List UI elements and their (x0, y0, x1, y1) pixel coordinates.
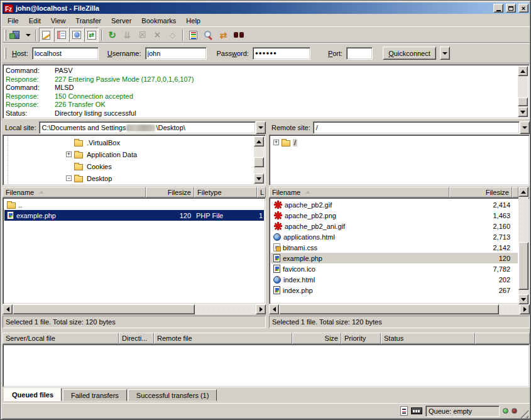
menu-item[interactable]: Transfer (70, 16, 106, 26)
queue-tab[interactable]: Queued files (4, 388, 62, 401)
refresh-button[interactable] (105, 28, 119, 42)
file-row[interactable]: index.html 202 (271, 274, 518, 285)
scroll-down-button[interactable] (254, 174, 264, 184)
maximize-button[interactable] (506, 4, 516, 13)
local-tree-scrollbar[interactable] (254, 136, 264, 184)
column-header-filetype[interactable]: Filetype (194, 187, 257, 197)
scrollbar-track[interactable] (254, 146, 264, 174)
column-header-status[interactable]: Status (381, 333, 475, 344)
file-row[interactable]: example.php 120 PHP File 1 (4, 210, 264, 221)
scroll-up-button[interactable] (518, 187, 528, 197)
password-input[interactable] (253, 47, 310, 60)
scrollbar-thumb[interactable] (254, 157, 264, 167)
menu-item[interactable]: Bookmarks (136, 16, 181, 26)
site-manager-button[interactable] (9, 28, 23, 42)
scrollbar-thumb[interactable] (13, 304, 195, 314)
tree-item[interactable]: .VirtualBox (66, 136, 254, 148)
toolbar-gripper[interactable] (4, 30, 6, 41)
process-queue-button[interactable] (120, 28, 134, 42)
column-header-lastmodified[interactable]: L (257, 187, 266, 197)
tree-item[interactable]: - Desktop (66, 172, 254, 184)
file-row[interactable]: .. (4, 199, 264, 210)
cancel-operation-button[interactable] (135, 28, 150, 42)
menu-item[interactable]: Help (181, 16, 205, 26)
title-bar[interactable]: Fz john@localhost - FileZilla × (3, 3, 530, 14)
file-row[interactable]: bitnami.css 2,142 (271, 242, 518, 253)
toggle-remote-tree-button[interactable] (69, 28, 84, 42)
file-row[interactable]: apache_pb2.png 1,463 (271, 210, 518, 221)
port-input[interactable] (346, 47, 373, 60)
username-input[interactable] (145, 47, 207, 60)
menu-item[interactable]: View (46, 16, 71, 26)
remote-path-dropdown-button[interactable] (520, 121, 530, 134)
tree-expander[interactable]: + (66, 152, 72, 157)
scroll-right-button[interactable] (256, 304, 266, 314)
column-header-filename[interactable]: Filename (3, 187, 146, 197)
scrollbar-thumb[interactable] (518, 97, 528, 106)
filter-button[interactable] (186, 28, 200, 42)
scroll-down-button[interactable] (518, 294, 528, 304)
close-button[interactable]: × (518, 4, 528, 13)
tree-expander[interactable]: - (66, 175, 72, 181)
remote-list-scrollbar[interactable] (518, 187, 528, 304)
quickconnect-gripper[interactable] (4, 48, 6, 59)
scroll-up-button[interactable] (254, 136, 264, 146)
column-header-priority[interactable]: Priority (341, 333, 381, 344)
column-header-remote-file[interactable]: Remote file (154, 333, 292, 344)
scroll-left-button[interactable] (3, 304, 13, 314)
local-path-dropdown-button[interactable] (256, 121, 266, 134)
menu-item[interactable]: File (3, 16, 24, 26)
column-header-filesize[interactable]: Filesize (449, 187, 513, 197)
menu-item[interactable]: Edit (24, 16, 46, 26)
column-header-filesize[interactable]: Filesize (146, 187, 194, 197)
local-hscrollbar[interactable] (3, 304, 266, 314)
tree-item[interactable]: + / (273, 136, 528, 148)
minimize-button[interactable] (493, 4, 503, 13)
synchronized-browsing-button[interactable] (216, 28, 231, 42)
remote-hscrollbar[interactable] (269, 304, 530, 314)
toggle-local-tree-button[interactable] (54, 28, 68, 42)
scrollbar-track[interactable] (13, 304, 256, 314)
queue-tab[interactable]: Successful transfers (1) (128, 389, 217, 401)
scroll-up-button[interactable] (518, 66, 528, 76)
file-row[interactable]: apache_pb2.gif 2,414 (271, 199, 518, 210)
compare-directories-button[interactable] (201, 28, 216, 42)
column-header-filename[interactable]: Filename (269, 187, 449, 197)
disconnect-button[interactable] (150, 28, 165, 42)
file-row[interactable]: applications.html 2,713 (271, 231, 518, 242)
tree-item[interactable]: + Application Data (66, 148, 254, 160)
file-row[interactable]: example.php 120 (271, 253, 518, 263)
queue-tab[interactable]: Failed transfers (63, 389, 127, 401)
resize-grip[interactable] (520, 410, 528, 418)
scrollbar-thumb[interactable] (518, 242, 528, 290)
scrollbar-track[interactable] (518, 197, 528, 294)
scrollbar-thumb[interactable] (279, 304, 499, 314)
file-row[interactable]: apache_pb2_ani.gif 2,160 (271, 221, 518, 231)
toggle-message-log-button[interactable] (39, 28, 53, 42)
reconnect-button[interactable] (165, 28, 180, 42)
transfer-type-icon[interactable] (400, 406, 408, 416)
site-manager-dropdown-button[interactable] (24, 28, 33, 42)
scroll-left-button[interactable] (269, 304, 279, 314)
scrollbar-track[interactable] (279, 304, 520, 314)
file-row[interactable]: index.php 267 (271, 285, 518, 296)
scroll-right-button[interactable] (520, 304, 530, 314)
quickconnect-dropdown-button[interactable] (440, 47, 450, 60)
transfer-queue-list[interactable] (3, 344, 530, 387)
file-row[interactable]: favicon.ico 7,782 (271, 263, 518, 274)
remote-path-combo[interactable]: / (313, 121, 520, 134)
menu-item[interactable]: Server (106, 16, 136, 26)
quickconnect-button[interactable]: Quickconnect (383, 47, 436, 60)
scrollbar-track[interactable] (518, 76, 528, 107)
scroll-down-button[interactable] (518, 107, 528, 117)
speed-limit-icon[interactable] (411, 407, 422, 414)
local-path-combo[interactable]: C:\Documents and Settings\Desktop\ (39, 121, 256, 134)
column-header-size[interactable]: Size (292, 333, 341, 344)
column-header-server-local-file[interactable]: Server/Local file (3, 333, 119, 344)
tree-item[interactable]: Cookies (66, 160, 254, 172)
tree-expander[interactable]: + (273, 140, 279, 145)
toggle-queue-button[interactable] (84, 28, 99, 42)
find-files-button[interactable] (231, 28, 246, 42)
log-scrollbar[interactable] (518, 66, 528, 117)
host-input[interactable] (32, 47, 99, 60)
